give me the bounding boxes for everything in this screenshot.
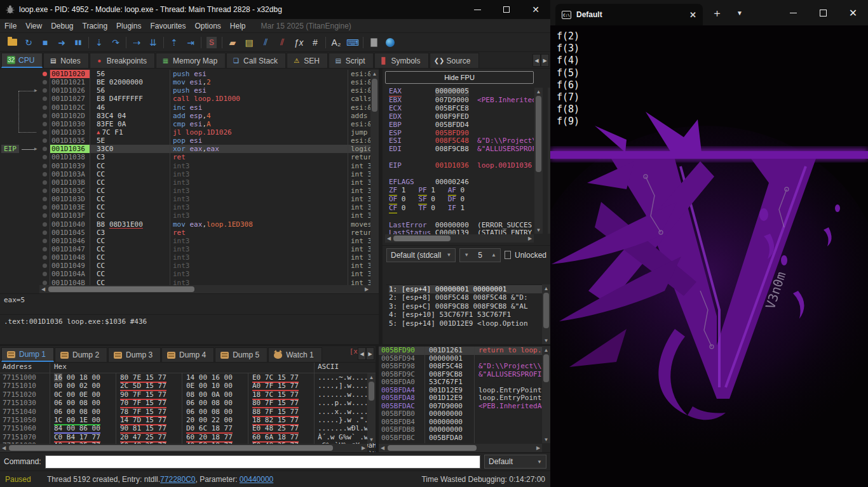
- disasm-row[interactable]: 001D1048CCint3int 3: [0, 253, 370, 262]
- disasm-row[interactable]: 001D1045C3retreturn: [0, 229, 370, 237]
- bp-slot-icon[interactable]: [43, 114, 47, 118]
- argument-row[interactable]: 4: [esp+10] 53C767F1 53C767F1: [389, 310, 542, 319]
- disasm-row[interactable]: 001D102D83C4 04add esp,4adds s: [0, 112, 370, 120]
- dump-row[interactable]: 7715106084 00 86 0090 81 15 77D0 6C 18 7…: [0, 424, 376, 432]
- maximize-button[interactable]: [492, 0, 521, 19]
- register-row[interactable]: CF 0 TF 0 IF 1: [389, 204, 534, 213]
- disasm-row[interactable]: 001D1046CCint3int 3: [0, 237, 370, 245]
- register-row[interactable]: EBP 005BFDD4: [389, 121, 534, 130]
- tab-breakpoints[interactable]: ●Breakpoints: [90, 53, 155, 68]
- bp-slot-icon[interactable]: [43, 138, 47, 143]
- disassembly-hscrollbar[interactable]: ◀ ▶: [39, 285, 370, 293]
- tab-symbols[interactable]: ▊Symbols: [374, 53, 429, 68]
- dump-vscrollbar[interactable]: ▲ ▼: [367, 373, 376, 443]
- disasm-row[interactable]: 001D1033▲7C F1jl loop.1D1026jump s: [0, 128, 370, 137]
- dump-hscrollbar[interactable]: ◀ ▶: [0, 444, 367, 452]
- execute-till-return-icon[interactable]: ⇡: [166, 35, 182, 50]
- bp-slot-icon[interactable]: [43, 172, 47, 177]
- bp-slot-icon[interactable]: [43, 80, 47, 84]
- status-address-link[interactable]: 772280C0: [160, 475, 195, 484]
- terminal-maximize-button[interactable]: [808, 0, 838, 25]
- bp-slot-icon[interactable]: [43, 180, 47, 185]
- dump-row[interactable]: 771510200C 00 0E 0090 7F 15 7708 00 0A 0…: [0, 390, 376, 399]
- disassembly-vscrollbar[interactable]: ▲ ▼: [370, 70, 379, 304]
- register-row[interactable]: OF 0 SF 0 DF 0: [389, 196, 534, 204]
- register-row[interactable]: EDI 008F9CB8 &"ALLUSERSPROF: [389, 145, 534, 154]
- step-over-icon[interactable]: ↷: [107, 35, 124, 50]
- tab-dump-1[interactable]: Dump 1: [1, 347, 54, 362]
- spinner-up-icon[interactable]: ▲: [491, 252, 496, 258]
- bp-slot-icon[interactable]: [43, 222, 47, 227]
- registers-vscrollbar[interactable]: ▲ ▼: [534, 88, 543, 234]
- stack-vscrollbar[interactable]: ▲ ▼: [542, 346, 550, 443]
- terminal-body[interactable]: V3n0m f(2)f(3)f(4)f(5)f(6)f(7)f(8)f(9): [550, 25, 868, 487]
- tab-cpu[interactable]: 32CPU: [1, 53, 43, 68]
- bp-slot-icon[interactable]: [43, 105, 47, 110]
- dump-row[interactable]: 77151070C0 B4 17 7720 47 25 7760 20 18 7…: [0, 433, 376, 441]
- tab-script[interactable]: ▤Script: [329, 53, 374, 68]
- register-row[interactable]: EIP 001D1036 loop.001D1036: [389, 162, 534, 170]
- bp-slot-icon[interactable]: [43, 130, 47, 135]
- command-input[interactable]: [45, 455, 480, 469]
- register-row[interactable]: ZF 1 PF 1 AF 0: [389, 187, 534, 196]
- tab-scroll-right-button[interactable]: ▶: [541, 54, 549, 67]
- tab-watch-1[interactable]: Watch 1: [268, 347, 322, 362]
- stack-row[interactable]: 005BFDA053C767F1: [379, 378, 542, 387]
- tab-dump-4[interactable]: Dump 4: [161, 347, 214, 362]
- bp-slot-icon[interactable]: [43, 247, 47, 251]
- website-icon[interactable]: [382, 35, 398, 50]
- pause-icon[interactable]: ▮▮: [70, 35, 86, 50]
- bp-slot-icon[interactable]: [43, 281, 47, 285]
- ordinal-icon[interactable]: #: [307, 35, 323, 50]
- open-file-icon[interactable]: [4, 35, 20, 50]
- registers-hscrollbar[interactable]: ◀ ▶: [385, 234, 534, 243]
- bp-slot-icon[interactable]: [43, 197, 47, 201]
- calling-convention-select[interactable]: Default (stdcall ▼: [386, 248, 456, 262]
- close-button[interactable]: ✕: [521, 0, 550, 19]
- disasm-row[interactable]: 001D103BCCint3int 3: [0, 178, 370, 187]
- disasm-row[interactable]: 001D10355Epop esiesi:&': [0, 137, 370, 145]
- terminal-tab-close-icon[interactable]: ✕: [689, 10, 696, 20]
- disasm-row[interactable]: 001D1039CCint3int 3: [0, 162, 370, 170]
- bp-slot-icon[interactable]: [43, 213, 47, 218]
- tab-dump-3[interactable]: Dump 3: [108, 347, 161, 362]
- dump-tab-scroll-right-button[interactable]: ▶: [366, 347, 374, 360]
- tab-notes[interactable]: ▤Notes: [43, 53, 88, 68]
- breakpoint-icon[interactable]: ⫽: [274, 35, 290, 50]
- disasm-row[interactable]: 001D1040B8 08D31E00mov eax,loop.1ED308mo…: [0, 220, 370, 229]
- bp-slot-icon[interactable]: [43, 205, 47, 210]
- comment-icon[interactable]: ▤: [241, 35, 257, 50]
- stack-row[interactable]: 005BFD98008F5C48&"D:\\Project\\l: [379, 363, 542, 371]
- register-row[interactable]: ECX 005BFCE8: [389, 105, 534, 113]
- patch-icon[interactable]: ▰: [224, 35, 241, 50]
- terminal-tab[interactable]: C:\ Default ✕: [555, 4, 703, 25]
- hide-fpu-button[interactable]: Hide FPU: [385, 71, 534, 84]
- tab-source[interactable]: ❮❯Source: [430, 53, 479, 68]
- disasm-row[interactable]: 001D1047CCint3int 3: [0, 245, 370, 253]
- disasm-row[interactable]: 001D103ECCint3int 3: [0, 203, 370, 211]
- tab-dropdown-icon[interactable]: ▼: [736, 10, 743, 17]
- status-address-link[interactable]: 00440000: [240, 475, 273, 484]
- minimize-button[interactable]: [463, 0, 492, 19]
- calculator-phone-icon[interactable]: ⌨: [344, 35, 361, 50]
- tab-call-stack[interactable]: ❏Call Stack: [226, 53, 286, 68]
- run-icon[interactable]: ➜: [53, 35, 70, 50]
- dump-body[interactable]: 7715100016 00 18 0080 7E 15 7714 00 16 0…: [0, 373, 376, 452]
- disasm-row[interactable]: 001D103FCCint3int 3: [0, 211, 370, 220]
- terminal-minimize-button[interactable]: [778, 0, 808, 25]
- calculator-icon[interactable]: [365, 35, 382, 50]
- bp-slot-icon[interactable]: [43, 230, 47, 235]
- dump-row[interactable]: 7715101000 00 02 002C 5D 15 770E 00 10 0…: [0, 382, 376, 390]
- bp-slot-icon[interactable]: [43, 255, 47, 260]
- disasm-row[interactable]: 001D102056push esiesi:&': [0, 70, 370, 78]
- command-mode-select[interactable]: Default ▼: [484, 455, 546, 469]
- disasm-row[interactable]: 001D103ACCint3int 3: [0, 170, 370, 178]
- dump-row[interactable]: 7715100016 00 18 0080 7E 15 7714 00 16 0…: [0, 373, 376, 382]
- spinner-down-icon[interactable]: ▼: [464, 252, 469, 258]
- argument-row[interactable]: 1: [esp+4] 00000001 00000001: [389, 285, 542, 293]
- tab-dump-2[interactable]: Dump 2: [55, 347, 107, 362]
- arguments-vscrollbar[interactable]: ▲▼: [542, 284, 550, 344]
- tab-scroll-left-button[interactable]: ◀: [532, 54, 541, 67]
- stack-row[interactable]: 005BFDC000000000: [379, 443, 542, 443]
- terminal-close-button[interactable]: ✕: [838, 0, 868, 25]
